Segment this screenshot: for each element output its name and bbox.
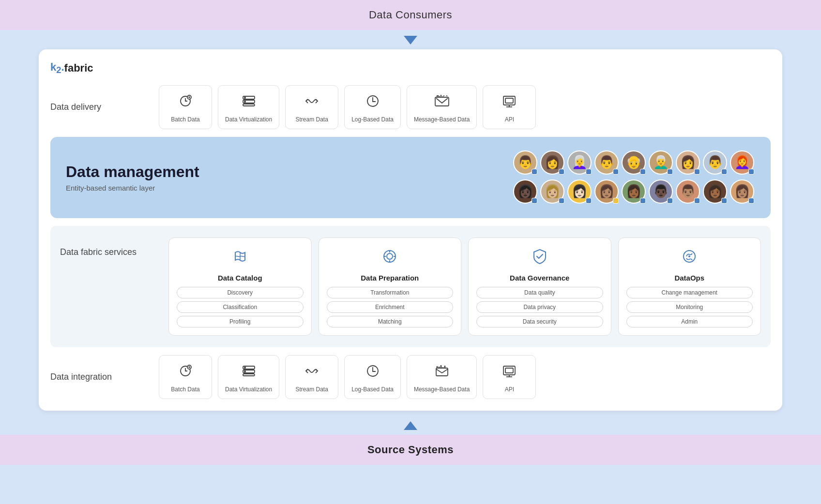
governance-title: Data Governance [510, 274, 569, 282]
data-integration-section: Data integration Batch Data [50, 355, 771, 399]
avatar-18: 👩🏽 [730, 179, 755, 205]
tag-profiling: Profiling [177, 316, 304, 327]
avatar-13-badge [613, 198, 619, 204]
catalog-title: Data Catalog [218, 274, 262, 282]
avatar-4: 👨 [594, 150, 620, 176]
data-mgmt-title: Data management [66, 163, 199, 181]
int-log-label: Log-Based Data [351, 386, 394, 394]
avatar-5: 👴 [622, 150, 647, 176]
service-card-dataops[interactable]: DataOps Change management Monitoring Adm… [618, 237, 761, 336]
catalog-icon [231, 248, 249, 269]
tag-data-quality: Data quality [476, 287, 603, 298]
arrow-down-icon [404, 36, 417, 44]
delivery-card-batch[interactable]: Batch Data [159, 85, 212, 129]
preparation-title: Data Preparation [361, 274, 419, 282]
avatar-grid: 👨 👩 👩‍🦳 👨 👴 👨‍🦳 [513, 150, 755, 205]
logo-fabric: fabric [64, 62, 93, 74]
service-card-governance[interactable]: Data Governance Data quality Data privac… [468, 237, 611, 336]
integration-cards-row: Batch Data Data Virtualization [159, 355, 771, 399]
int-stream-icon [304, 363, 319, 382]
governance-tags: Data quality Data privacy Data security [476, 287, 603, 327]
api-label: API [505, 116, 514, 124]
virtualization-label: Data Virtualization [225, 116, 272, 124]
svg-rect-45 [505, 368, 513, 373]
int-virt-label: Data Virtualization [225, 386, 272, 394]
avatar-10: 👩🏿 [513, 179, 538, 205]
avatar-3: 👩‍🦳 [567, 150, 593, 176]
preparation-tags: Transformation Enrichment Matching [327, 287, 454, 327]
avatar-13: 👩🏽 [594, 179, 620, 205]
integration-card-message[interactable]: Message-Based Data [407, 355, 477, 399]
integration-card-stream[interactable]: Stream Data [285, 355, 338, 399]
message-icon [434, 93, 450, 112]
delivery-card-log[interactable]: Log-Based Data [344, 85, 401, 129]
avatar-7: 👩 [676, 150, 701, 176]
data-mgmt-text: Data management Entity-based semantic la… [66, 163, 199, 192]
svg-rect-33 [243, 374, 255, 376]
dataops-title: DataOps [674, 274, 704, 282]
logo-k2: k2. [50, 61, 64, 75]
tag-monitoring: Monitoring [626, 301, 753, 313]
int-log-icon [365, 363, 380, 382]
fabric-services-label: Data fabric services [60, 237, 157, 257]
integration-card-log[interactable]: Log-Based Data [344, 355, 401, 399]
data-consumers-label: Data Consumers [369, 9, 452, 21]
delivery-card-stream[interactable]: Stream Data [285, 85, 338, 129]
tag-discovery: Discovery [177, 287, 304, 298]
delivery-card-api[interactable]: API [483, 85, 536, 129]
tag-data-security: Data security [476, 316, 603, 327]
data-delivery-label: Data delivery [50, 102, 147, 112]
avatar-17: 👩🏾 [703, 179, 728, 205]
avatar-12: 👩🏻 [567, 179, 593, 205]
svg-rect-4 [243, 104, 255, 106]
tag-matching: Matching [327, 316, 454, 327]
stream-icon [304, 93, 319, 112]
stream-label: Stream Data [295, 116, 328, 124]
api-icon [502, 93, 517, 112]
int-virt-icon [241, 363, 257, 382]
integration-card-virt[interactable]: Data Virtualization [218, 355, 279, 399]
svg-point-5 [244, 97, 245, 98]
int-batch-label: Batch Data [171, 386, 199, 394]
delivery-card-virtualization[interactable]: Data Virtualization [218, 85, 279, 129]
int-batch-icon [178, 363, 193, 382]
log-label: Log-Based Data [351, 116, 394, 124]
svg-rect-18 [505, 98, 513, 103]
avatar-8: 👨 [703, 150, 728, 176]
tag-data-privacy: Data privacy [476, 301, 603, 313]
data-mgmt-subtitle: Entity-based semantic layer [66, 184, 199, 192]
data-consumers-banner: Data Consumers [0, 0, 821, 30]
service-card-preparation[interactable]: Data Preparation Transformation Enrichme… [319, 237, 462, 336]
log-icon [365, 93, 380, 112]
avatar-2: 👩 [540, 150, 565, 176]
dataops-icon [681, 248, 698, 269]
data-delivery-section: Data delivery Batch Data [50, 85, 771, 129]
avatar-14: 👩🏾 [622, 179, 647, 205]
svg-point-35 [244, 371, 245, 372]
preparation-icon [381, 248, 398, 269]
source-systems-label: Source Systems [367, 444, 454, 456]
integration-card-api[interactable]: API [483, 355, 536, 399]
svg-point-6 [244, 101, 245, 102]
source-systems-banner: Source Systems [0, 435, 821, 465]
integration-card-batch[interactable]: Batch Data [159, 355, 212, 399]
arrow-up-icon [404, 421, 417, 430]
main-container: k2.fabric Data delivery Batch Data [39, 49, 782, 411]
svg-point-34 [244, 367, 245, 368]
service-card-catalog[interactable]: Data Catalog Discovery Classification Pr… [168, 237, 312, 336]
delivery-card-message[interactable]: Message-Based Data [407, 85, 477, 129]
int-message-label: Message-Based Data [414, 386, 470, 394]
svg-point-28 [688, 255, 690, 257]
fabric-services-section: Data fabric services Data Catalog Discov… [50, 226, 771, 347]
tag-classification: Classification [177, 301, 304, 313]
svg-point-22 [387, 253, 393, 259]
service-cards: Data Catalog Discovery Classification Pr… [168, 237, 761, 336]
avatar-9: 👩‍🦰 [730, 150, 755, 176]
int-stream-label: Stream Data [295, 386, 328, 394]
dataops-tags: Change management Monitoring Admin [626, 287, 753, 327]
logo: k2.fabric [50, 61, 771, 75]
catalog-tags: Discovery Classification Profiling [177, 287, 304, 327]
virtualization-icon [241, 93, 257, 112]
int-message-icon [434, 363, 450, 382]
data-management-section: Data management Entity-based semantic la… [50, 137, 771, 218]
